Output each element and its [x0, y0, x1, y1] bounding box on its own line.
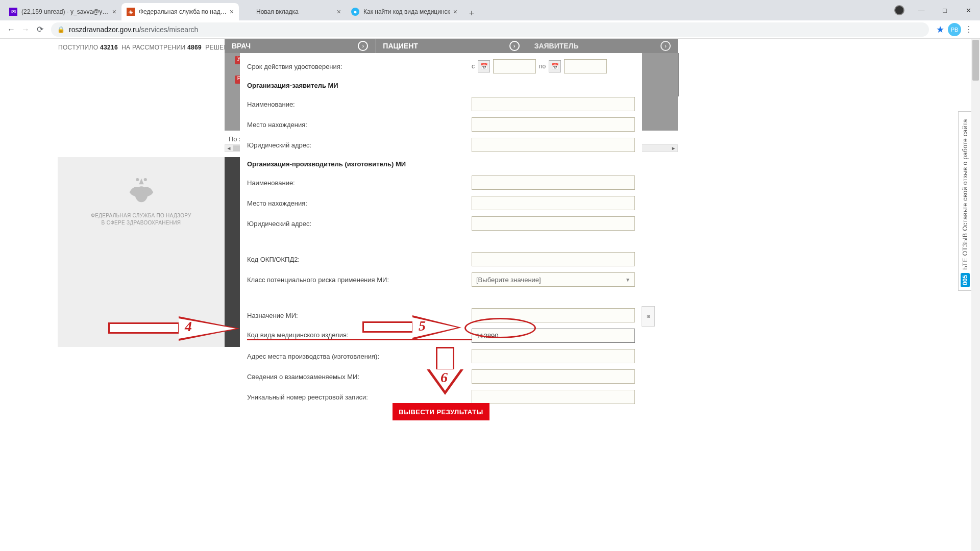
section-heading: Организация-производитель (изготовитель)…	[247, 160, 472, 168]
close-icon[interactable]: ×	[230, 8, 234, 16]
agency-line2: В СФЕРЕ ЗДРАВООХРАНЕНИЯ	[91, 219, 191, 227]
applicant-name-input[interactable]	[472, 97, 635, 111]
agency-name: ФЕДЕРАЛЬНАЯ СЛУЖБА ПО НАДЗОРУ В СФЕРЕ ЗД…	[91, 212, 191, 227]
nav-patient[interactable]: ПАЦИЕНТ ›	[376, 39, 527, 53]
scroll-left-icon[interactable]: ◄	[225, 145, 233, 151]
nav-label: ВРАЧ	[232, 42, 251, 50]
stat-value: 43216	[100, 44, 118, 51]
manufacturer-name-input[interactable]	[472, 176, 635, 190]
stat-value: 4869	[187, 44, 202, 51]
annotation-arrow-6	[436, 347, 454, 370]
field-label: Срок действия удостоверения:	[247, 63, 472, 70]
profile-avatar[interactable]: РВ	[947, 22, 962, 37]
field-label: Код ОКП/ОКПД2:	[247, 256, 472, 263]
row-risk-class: Класс потенциального риска применения МИ…	[240, 269, 642, 290]
back-button[interactable]: ←	[4, 22, 18, 37]
row-cert-period: Срок действия удостоверения: с 📅 по 📅	[240, 56, 642, 77]
new-tab-button[interactable]: +	[464, 6, 479, 20]
calendar-icon[interactable]: 📅	[549, 60, 561, 72]
bookmark-star-icon[interactable]: ★	[933, 22, 947, 37]
kebab-menu-icon[interactable]: ⋮	[962, 22, 976, 37]
field-label: Наименование:	[247, 179, 472, 187]
scroll-thumb[interactable]	[972, 40, 979, 81]
stats-strip: ПОСТУПИЛО 43216 НА РАССМОТРЕНИИ 4869 РЕШ…	[58, 44, 253, 51]
field-label: Место нахождения:	[247, 121, 472, 129]
tab-medical-code[interactable]: ● Как найти код вида медицинск ×	[346, 3, 462, 20]
row-manufacturer-name: Наименование:	[240, 172, 642, 193]
nav-label: ПАЦИЕНТ	[383, 42, 418, 50]
close-icon[interactable]: ×	[112, 8, 116, 16]
forward-button[interactable]: →	[18, 22, 33, 37]
nav-applicant[interactable]: ЗАЯВИТЕЛЬ ›	[527, 39, 678, 53]
risk-class-select[interactable]: [Выберите значение] ▼	[472, 272, 635, 287]
agency-line1: ФЕДЕРАЛЬНАЯ СЛУЖБА ПО НАДЗОРУ	[91, 212, 191, 219]
maximize-button[interactable]: □	[933, 3, 957, 18]
mi-code-input[interactable]	[472, 329, 635, 343]
window-controls: — □ ✕	[894, 0, 980, 20]
stat-label: ПОСТУПИЛО	[58, 44, 98, 51]
nav-doctor[interactable]: ВРАЧ ›	[225, 39, 376, 53]
url-domain: roszdravnadzor.gov.ru	[69, 26, 139, 34]
map-widget[interactable]: ⊞	[642, 306, 655, 327]
annotation-number-6: 6	[440, 369, 448, 386]
feedback-tab[interactable]: ЬТЕ ОТЗЫВ Оставьте свой отзыв о работе с…	[958, 111, 971, 291]
date-to-label: по	[539, 63, 546, 70]
feedback-label: ЬТЕ ОТЗЫВ Оставьте свой отзыв о работе с…	[962, 119, 969, 270]
date-from-input[interactable]	[493, 59, 536, 73]
date-from-label: с	[472, 63, 475, 70]
manufacturer-location-input[interactable]	[472, 196, 635, 210]
arrow-circle-icon: ›	[358, 41, 368, 51]
svg-point-2	[143, 178, 146, 181]
nav-label: ЗАЯВИТЕЛЬ	[534, 42, 579, 50]
url-path: /services/misearch	[139, 26, 198, 34]
field-label: Наименование:	[247, 101, 472, 108]
tab-new[interactable]: Новая вкладка ×	[239, 3, 346, 20]
mail-icon: ✉	[9, 8, 17, 16]
close-icon[interactable]: ×	[337, 8, 341, 16]
section-heading: Организация-заявитель МИ	[247, 82, 472, 89]
row-applicant-location: Место нахождения:	[240, 114, 642, 135]
minimize-button[interactable]: —	[910, 3, 933, 18]
tab-title: Как найти код вида медицинск	[363, 8, 450, 15]
prod-addr-input[interactable]	[472, 349, 635, 363]
reload-button[interactable]: ⟳	[33, 22, 47, 37]
purpose-input[interactable]	[472, 308, 635, 322]
field-label: Место нахождения:	[247, 199, 472, 207]
tab-yahoo-mail[interactable]: ✉ (22,159 unread) - y_savva@yaho ×	[4, 3, 121, 20]
chevron-down-icon: ▼	[625, 277, 630, 283]
blank-icon	[244, 8, 252, 16]
close-icon[interactable]: ×	[453, 8, 457, 16]
scroll-right-icon[interactable]: ►	[670, 145, 677, 151]
tab-title: Федеральная служба по надзор	[139, 8, 227, 15]
interchange-input[interactable]	[472, 369, 635, 384]
tab-title: (22,159 unread) - y_savva@yaho	[21, 8, 109, 15]
stat-label: НА РАССМОТРЕНИИ	[121, 44, 185, 51]
date-to-input[interactable]	[564, 59, 607, 73]
submit-button[interactable]: ВЫВЕСТИ РЕЗУЛЬТАТЫ	[393, 403, 489, 420]
field-label: Юридический адрес:	[247, 220, 472, 228]
feedback-badge: 005	[961, 273, 970, 287]
row-manufacturer-legal: Юридический адрес:	[240, 213, 642, 234]
arrow-circle-icon: ›	[509, 41, 520, 51]
browser-tabstrip: ✉ (22,159 unread) - y_savva@yaho × ◈ Фед…	[0, 0, 980, 20]
row-okp: Код ОКП/ОКПД2:	[240, 249, 642, 269]
tab-roszdravnadzor[interactable]: ◈ Федеральная служба по надзор ×	[121, 3, 239, 20]
calendar-icon[interactable]: 📅	[478, 60, 490, 72]
select-placeholder: [Выберите значение]	[476, 276, 541, 284]
row-applicant-legal: Юридический адрес:	[240, 135, 642, 155]
close-window-button[interactable]: ✕	[957, 3, 980, 18]
tab-title: Новая вкладка	[256, 8, 334, 15]
okp-input[interactable]	[472, 252, 635, 266]
applicant-location-input[interactable]	[472, 117, 635, 132]
vertical-scrollbar[interactable]	[971, 39, 980, 551]
row-applicant-name: Наименование:	[240, 94, 642, 114]
annotation-number-5: 5	[419, 318, 426, 334]
address-bar: ← → ⟳ 🔒 roszdravnadzor.gov.ru/services/m…	[0, 20, 980, 39]
reg-number-input[interactable]	[472, 390, 635, 404]
incognito-icon[interactable]	[894, 5, 904, 15]
applicant-legal-input[interactable]	[472, 138, 635, 152]
manufacturer-legal-input[interactable]	[472, 216, 635, 231]
field-label: Юридический адрес:	[247, 141, 472, 149]
section-manufacturer: Организация-производитель (изготовитель)…	[240, 155, 642, 172]
url-input[interactable]: 🔒 roszdravnadzor.gov.ru/services/misearc…	[51, 22, 929, 37]
